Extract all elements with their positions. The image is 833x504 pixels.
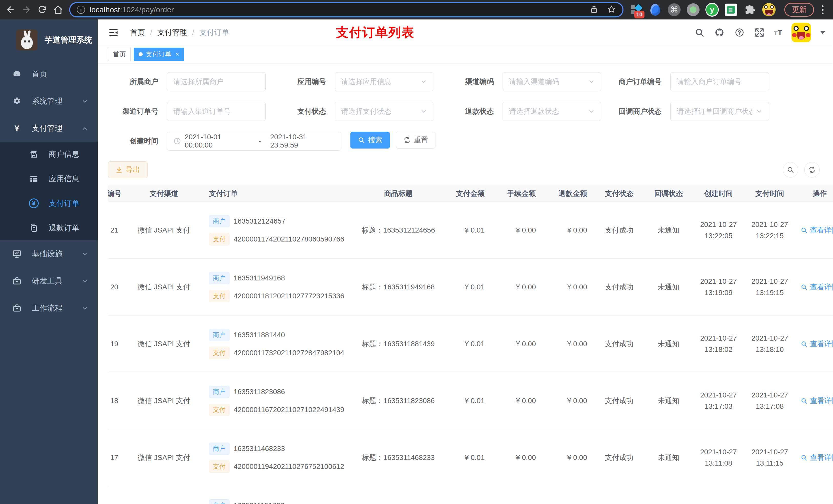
view-detail-link[interactable]: 查看详情 — [801, 282, 833, 292]
search-button[interactable]: 搜索 — [351, 131, 390, 148]
sidebar-item-workflow[interactable]: 工作流程 — [0, 294, 98, 322]
extension-badge: 10 — [634, 11, 644, 19]
fee-amount: ¥ 0.00 — [492, 454, 543, 462]
channel-order-no-input[interactable] — [167, 102, 266, 121]
merchant-tag: 商户 — [209, 442, 230, 455]
chevron-down-icon — [81, 278, 88, 284]
table-row: 16 商户 1635311151796 支付 — [108, 486, 833, 504]
table-row: 19 微信 JSAPI 支付 商户 1635311881440 支付 42 — [108, 315, 833, 373]
help-icon[interactable] — [734, 27, 745, 38]
channel-order-no-label: 渠道订单号 — [108, 106, 167, 116]
pay-status: 支付成功 — [594, 225, 644, 235]
tag-home[interactable]: 首页 — [108, 48, 130, 61]
pay-order-cell: 商户 1635311881440 支付 42000011732021102728… — [203, 329, 354, 359]
command-extension-icon[interactable]: ⌘ — [668, 3, 681, 16]
sketch-extension-icon[interactable]: 10 — [629, 3, 643, 16]
fullscreen-icon[interactable] — [754, 27, 765, 38]
merchant-tag: 商户 — [209, 215, 230, 227]
app-title: 芋道管理系统 — [45, 34, 92, 45]
download-icon — [116, 166, 123, 173]
forward-icon[interactable] — [22, 5, 31, 15]
order-id: 17 — [108, 454, 125, 462]
briefcase-icon — [12, 303, 22, 313]
table-body: 21 微信 JSAPI 支付 商户 1635312124657 支付 42 — [108, 202, 833, 504]
search-icon — [787, 166, 794, 173]
create-time: 2021-10-27 13:17:03 — [693, 389, 744, 412]
share-icon[interactable] — [590, 5, 598, 15]
sidebar-item-infra[interactable]: 基础设施 — [0, 240, 98, 267]
app-select[interactable]: 请选择应用信息 — [335, 72, 433, 91]
export-button[interactable]: 导出 — [108, 161, 147, 178]
create-time-range-picker[interactable]: 2021-10-01 00:00:00 - 2021-10-31 23:59:5… — [167, 131, 341, 150]
merchant-input[interactable] — [167, 72, 266, 91]
channel-code-select[interactable]: 请输入渠道编码 — [503, 72, 601, 91]
sidebar-collapse-icon[interactable] — [108, 27, 119, 38]
pay-status: 支付成功 — [594, 339, 644, 349]
clock-icon — [173, 137, 181, 145]
avatar-caret-icon[interactable] — [820, 31, 825, 34]
view-detail-link[interactable]: 查看详情 — [801, 339, 833, 349]
table-header: 编号 支付渠道 支付订单 商品标题 支付金额 手续金额 退款金额 支付状态 回调… — [108, 186, 833, 202]
view-detail-link[interactable]: 查看详情 — [801, 453, 833, 462]
notify-status-select[interactable]: 请选择订单回调商户状态 — [670, 102, 769, 121]
refresh-table-button[interactable] — [804, 162, 820, 177]
fee-amount: ¥ 0.00 — [492, 283, 543, 291]
breadcrumb-payment[interactable]: 支付管理 — [157, 27, 187, 38]
sidebar-logo[interactable]: 芋道管理系统 — [0, 20, 98, 61]
sidebar-item-pay-order[interactable]: ¥ 支付订单 — [0, 191, 98, 216]
goods-title: 标题：1635311881439 — [354, 339, 443, 349]
merchant-tag: 商户 — [209, 272, 230, 284]
sidebar-item-system[interactable]: 系统管理 — [0, 88, 98, 115]
breadcrumb-home[interactable]: 首页 — [130, 27, 145, 38]
github-icon[interactable] — [714, 27, 725, 38]
bookmark-star-icon[interactable] — [607, 5, 616, 15]
refund-amount: ¥ 0.00 — [543, 340, 594, 348]
reload-icon[interactable] — [38, 5, 47, 15]
reset-button[interactable]: 重置 — [396, 131, 435, 148]
action-cell: 查看详情 — [795, 453, 833, 462]
y-extension-icon[interactable]: y — [706, 3, 719, 16]
notify-status: 未通知 — [644, 225, 693, 235]
sidebar-item-dev-tools[interactable]: 研发工具 — [0, 267, 98, 294]
sidebar-item-payment[interactable]: ¥ 支付管理 — [0, 115, 98, 142]
tag-pay-order[interactable]: 支付订单 × — [134, 48, 184, 61]
view-detail-link[interactable]: 查看详情 — [801, 396, 833, 406]
create-time: 2021-10-27 13:18:02 — [693, 333, 744, 355]
chevron-down-icon — [588, 108, 595, 115]
grid-table-icon — [29, 174, 39, 184]
shop-icon — [29, 149, 39, 159]
back-icon[interactable] — [6, 5, 15, 15]
notify-status: 未通知 — [644, 282, 693, 292]
font-size-icon[interactable]: TT — [774, 29, 782, 37]
site-info-icon[interactable]: i — [77, 6, 85, 14]
merchant-order-no-input[interactable] — [670, 72, 769, 91]
sidebar-item-app-info[interactable]: 应用信息 — [0, 166, 98, 191]
logo-avatar — [16, 29, 38, 50]
home-icon[interactable] — [53, 5, 63, 15]
sidebar-item-merchant-info[interactable]: 商户信息 — [0, 142, 98, 166]
chevron-down-icon — [588, 78, 595, 85]
extensions-puzzle-icon[interactable] — [743, 3, 757, 16]
recorder-extension-icon[interactable] — [687, 3, 700, 16]
view-detail-link[interactable]: 查看详情 — [801, 225, 833, 235]
toggle-search-button[interactable] — [783, 162, 798, 177]
sidebar-item-refund-order[interactable]: 退款订单 — [0, 216, 98, 240]
browser-menu-icon[interactable] — [822, 5, 824, 14]
chat-extension-icon[interactable] — [724, 3, 738, 16]
refund-amount: ¥ 0.00 — [543, 283, 594, 291]
tag-close-icon[interactable]: × — [175, 51, 179, 58]
address-bar[interactable]: i localhost:1024/pay/order — [69, 2, 623, 18]
sidebar-item-home[interactable]: 首页 — [0, 61, 98, 88]
notify-status: 未通知 — [644, 396, 693, 406]
browser-update-button[interactable]: 更新 — [784, 3, 814, 17]
pay-status-select[interactable]: 请选择支付状态 — [335, 102, 433, 121]
user-avatar[interactable] — [791, 23, 811, 42]
balloon-extension-icon[interactable] — [648, 3, 662, 16]
refund-status-select[interactable]: 请选择退款状态 — [503, 102, 601, 121]
url-text: localhost:1024/pay/order — [90, 5, 174, 14]
merchant-tag: 商户 — [209, 329, 230, 341]
header-search-icon[interactable] — [694, 27, 705, 38]
channel-pay-no: 4200001174202110278060590766 — [234, 235, 344, 243]
pay-amount: ¥ 0.01 — [443, 397, 492, 405]
emoji-profile-icon[interactable] — [762, 3, 776, 16]
